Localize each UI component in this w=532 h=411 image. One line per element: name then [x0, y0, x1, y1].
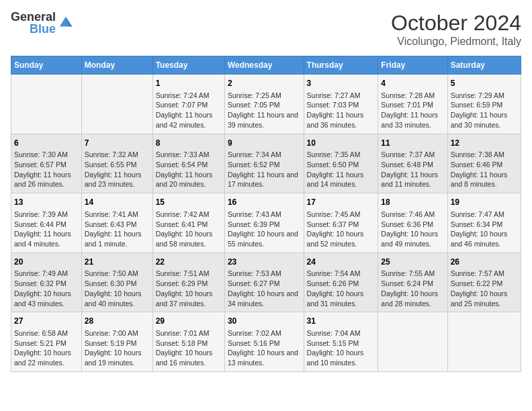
calendar-cell: 7Sunrise: 7:32 AM Sunset: 6:55 PM Daylig…: [81, 134, 152, 193]
header: General Blue October 2024 Vicolungo, Pie…: [11, 11, 521, 48]
calendar-cell: 23Sunrise: 7:53 AM Sunset: 6:27 PM Dayli…: [224, 253, 304, 312]
calendar-cell: 30Sunrise: 7:02 AM Sunset: 5:16 PM Dayli…: [224, 312, 304, 372]
day-info: Sunrise: 7:04 AM Sunset: 5:15 PM Dayligh…: [307, 328, 375, 368]
day-info: Sunrise: 7:53 AM Sunset: 6:27 PM Dayligh…: [228, 269, 301, 308]
calendar-cell: 21Sunrise: 7:50 AM Sunset: 6:30 PM Dayli…: [81, 253, 152, 312]
day-number: 7: [85, 138, 150, 149]
calendar-cell: 1Sunrise: 7:24 AM Sunset: 7:07 PM Daylig…: [152, 75, 224, 134]
day-info: Sunrise: 7:32 AM Sunset: 6:55 PM Dayligh…: [85, 150, 150, 189]
calendar-cell: 4Sunrise: 7:28 AM Sunset: 7:01 PM Daylig…: [378, 75, 447, 134]
day-info: Sunrise: 7:38 AM Sunset: 6:46 PM Dayligh…: [451, 150, 518, 189]
day-info: Sunrise: 7:57 AM Sunset: 6:22 PM Dayligh…: [451, 269, 518, 308]
day-info: Sunrise: 7:54 AM Sunset: 6:26 PM Dayligh…: [307, 269, 375, 308]
day-number: 24: [307, 257, 375, 268]
day-number: 11: [381, 138, 444, 149]
logo-blue: Blue: [30, 23, 56, 35]
day-info: Sunrise: 7:00 AM Sunset: 5:19 PM Dayligh…: [85, 328, 150, 368]
day-number: 31: [307, 316, 375, 327]
calendar-cell: 24Sunrise: 7:54 AM Sunset: 6:26 PM Dayli…: [304, 253, 378, 312]
day-number: 9: [228, 138, 301, 149]
calendar-cell: 11Sunrise: 7:37 AM Sunset: 6:48 PM Dayli…: [378, 134, 447, 193]
weekday-header-monday: Monday: [81, 56, 152, 75]
day-number: 4: [381, 78, 444, 89]
day-number: 12: [451, 138, 518, 149]
day-number: 8: [156, 138, 222, 149]
calendar-cell: 3Sunrise: 7:27 AM Sunset: 7:03 PM Daylig…: [304, 75, 378, 134]
weekday-header-row: SundayMondayTuesdayWednesdayThursdayFrid…: [11, 56, 521, 75]
day-info: Sunrise: 7:49 AM Sunset: 6:32 PM Dayligh…: [14, 269, 79, 308]
calendar-cell: 31Sunrise: 7:04 AM Sunset: 5:15 PM Dayli…: [304, 312, 378, 372]
calendar-cell: 2Sunrise: 7:25 AM Sunset: 7:05 PM Daylig…: [224, 75, 304, 134]
logo-icon: [58, 15, 73, 30]
day-number: 25: [381, 257, 444, 268]
calendar-week-0: 1Sunrise: 7:24 AM Sunset: 7:07 PM Daylig…: [11, 75, 521, 134]
day-info: Sunrise: 6:58 AM Sunset: 5:21 PM Dayligh…: [14, 328, 79, 368]
calendar-cell: 19Sunrise: 7:47 AM Sunset: 6:34 PM Dayli…: [447, 193, 521, 253]
calendar-cell: 18Sunrise: 7:46 AM Sunset: 6:36 PM Dayli…: [378, 193, 447, 253]
calendar-cell: 16Sunrise: 7:43 AM Sunset: 6:39 PM Dayli…: [224, 193, 304, 253]
weekday-header-saturday: Saturday: [447, 56, 521, 75]
weekday-header-tuesday: Tuesday: [152, 56, 224, 75]
calendar-cell: 15Sunrise: 7:42 AM Sunset: 6:41 PM Dayli…: [152, 193, 224, 253]
calendar-cell: 5Sunrise: 7:29 AM Sunset: 6:59 PM Daylig…: [447, 75, 521, 134]
day-number: 16: [228, 197, 301, 208]
day-number: 17: [307, 197, 375, 208]
weekday-header-sunday: Sunday: [11, 56, 82, 75]
day-number: 20: [14, 257, 79, 268]
day-number: 10: [307, 138, 375, 149]
month-title: October 2024: [391, 11, 521, 36]
calendar-cell: [11, 75, 82, 134]
day-number: 21: [85, 257, 150, 268]
day-info: Sunrise: 7:25 AM Sunset: 7:05 PM Dayligh…: [228, 91, 301, 130]
day-info: Sunrise: 7:28 AM Sunset: 7:01 PM Dayligh…: [381, 91, 444, 130]
calendar-cell: [81, 75, 152, 134]
title-block: October 2024 Vicolungo, Piedmont, Italy: [391, 11, 521, 48]
day-number: 15: [156, 197, 222, 208]
day-info: Sunrise: 7:29 AM Sunset: 6:59 PM Dayligh…: [451, 91, 518, 130]
day-number: 1: [156, 78, 222, 89]
location-title: Vicolungo, Piedmont, Italy: [391, 36, 521, 48]
day-info: Sunrise: 7:51 AM Sunset: 6:29 PM Dayligh…: [156, 269, 222, 308]
day-info: Sunrise: 7:50 AM Sunset: 6:30 PM Dayligh…: [85, 269, 150, 308]
day-info: Sunrise: 7:35 AM Sunset: 6:50 PM Dayligh…: [307, 150, 375, 189]
calendar-cell: 25Sunrise: 7:55 AM Sunset: 6:24 PM Dayli…: [378, 253, 447, 312]
day-info: Sunrise: 7:55 AM Sunset: 6:24 PM Dayligh…: [381, 269, 444, 308]
calendar-cell: 28Sunrise: 7:00 AM Sunset: 5:19 PM Dayli…: [81, 312, 152, 372]
day-number: 27: [14, 316, 79, 327]
calendar-cell: 29Sunrise: 7:01 AM Sunset: 5:18 PM Dayli…: [152, 312, 224, 372]
day-info: Sunrise: 7:46 AM Sunset: 6:36 PM Dayligh…: [381, 210, 444, 249]
day-info: Sunrise: 7:47 AM Sunset: 6:34 PM Dayligh…: [451, 210, 518, 249]
calendar-cell: [447, 312, 521, 372]
calendar-table: SundayMondayTuesdayWednesdayThursdayFrid…: [11, 56, 521, 372]
calendar-cell: 27Sunrise: 6:58 AM Sunset: 5:21 PM Dayli…: [11, 312, 82, 372]
day-number: 14: [85, 197, 150, 208]
calendar-cell: 26Sunrise: 7:57 AM Sunset: 6:22 PM Dayli…: [447, 253, 521, 312]
day-info: Sunrise: 7:02 AM Sunset: 5:16 PM Dayligh…: [228, 328, 301, 368]
weekday-header-thursday: Thursday: [304, 56, 378, 75]
day-number: 2: [228, 78, 301, 89]
logo: General Blue: [11, 11, 73, 35]
day-info: Sunrise: 7:39 AM Sunset: 6:44 PM Dayligh…: [14, 210, 79, 249]
calendar-cell: 6Sunrise: 7:30 AM Sunset: 6:57 PM Daylig…: [11, 134, 82, 193]
day-number: 23: [228, 257, 301, 268]
day-info: Sunrise: 7:34 AM Sunset: 6:52 PM Dayligh…: [228, 150, 301, 189]
weekday-header-wednesday: Wednesday: [224, 56, 304, 75]
calendar-cell: 8Sunrise: 7:33 AM Sunset: 6:54 PM Daylig…: [152, 134, 224, 193]
day-info: Sunrise: 7:43 AM Sunset: 6:39 PM Dayligh…: [228, 210, 301, 249]
day-number: 3: [307, 78, 375, 89]
day-info: Sunrise: 7:41 AM Sunset: 6:43 PM Dayligh…: [85, 210, 150, 249]
day-info: Sunrise: 7:45 AM Sunset: 6:37 PM Dayligh…: [307, 210, 375, 249]
calendar-cell: 22Sunrise: 7:51 AM Sunset: 6:29 PM Dayli…: [152, 253, 224, 312]
day-number: 5: [451, 78, 518, 89]
calendar-week-1: 6Sunrise: 7:30 AM Sunset: 6:57 PM Daylig…: [11, 134, 521, 193]
calendar-cell: [378, 312, 447, 372]
day-number: 29: [156, 316, 222, 327]
calendar-cell: 14Sunrise: 7:41 AM Sunset: 6:43 PM Dayli…: [81, 193, 152, 253]
day-info: Sunrise: 7:37 AM Sunset: 6:48 PM Dayligh…: [381, 150, 444, 189]
day-number: 19: [451, 197, 518, 208]
calendar-cell: 13Sunrise: 7:39 AM Sunset: 6:44 PM Dayli…: [11, 193, 82, 253]
calendar-week-4: 27Sunrise: 6:58 AM Sunset: 5:21 PM Dayli…: [11, 312, 521, 372]
logo-general: General: [11, 11, 56, 23]
day-number: 18: [381, 197, 444, 208]
day-info: Sunrise: 7:30 AM Sunset: 6:57 PM Dayligh…: [14, 150, 79, 189]
